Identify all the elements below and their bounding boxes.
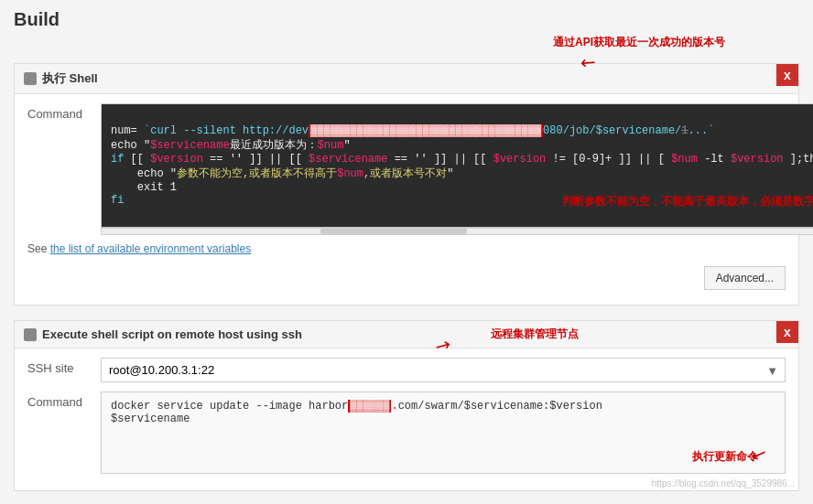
- annotation-api: 通过API获取最近一次成功的版本号: [553, 35, 725, 50]
- section2-command-row: Command docker service update --image ha…: [27, 391, 786, 474]
- section1-card: 通过API获取最近一次成功的版本号 ↙ 执行 Shell x Command n…: [14, 63, 799, 306]
- env-vars-row: See the list of available environment va…: [27, 242, 786, 255]
- section2-header-icon: [24, 328, 37, 341]
- code-block: num= `curl --silent http://dev▓▓▓▓▓▓▓▓▓▓…: [101, 103, 813, 235]
- scrollbar-thumb: [320, 229, 467, 234]
- section1-header: 执行 Shell: [15, 64, 798, 94]
- page-wrapper: Build 通过API获取最近一次成功的版本号 ↙ 执行 Shell x Com…: [0, 0, 813, 504]
- horizontal-scrollbar[interactable]: [101, 228, 813, 235]
- command-label: Command: [27, 103, 101, 121]
- section1-close-button[interactable]: x: [776, 64, 798, 86]
- code-editor[interactable]: num= `curl --silent http://dev▓▓▓▓▓▓▓▓▓▓…: [101, 103, 813, 228]
- section2-header: Execute shell script on remote host usin…: [15, 321, 798, 349]
- advanced-button[interactable]: Advanced...: [704, 266, 786, 290]
- section2-body: SSH site root@10.200.3.1:22 ▼ Command do…: [15, 349, 798, 490]
- ssh-site-select[interactable]: root@10.200.3.1:22: [101, 358, 786, 382]
- section2-code-editor[interactable]: docker service update --image harbor▓▓▓▓…: [101, 391, 786, 474]
- ssh-site-select-wrap: root@10.200.3.1:22 ▼: [101, 358, 786, 382]
- ssh-site-label: SSH site: [27, 358, 101, 375]
- ssh-site-wrap: root@10.200.3.1:22 ▼: [101, 358, 786, 382]
- section1-header-label: 执行 Shell: [42, 70, 98, 87]
- watermark: https://blog.csdn.net/qq_3529986...: [652, 478, 795, 488]
- section2-close-button[interactable]: x: [776, 321, 798, 343]
- page-title: Build: [14, 9, 799, 30]
- section2-header-label: Execute shell script on remote host usin…: [42, 327, 302, 341]
- command-row: Command num= `curl --silent http://dev▓▓…: [27, 103, 786, 235]
- section1-body: Command num= `curl --silent http://dev▓▓…: [15, 94, 798, 305]
- section1-header-icon: [24, 72, 37, 85]
- advanced-row: Advanced...: [27, 263, 786, 295]
- ssh-site-row: SSH site root@10.200.3.1:22 ▼: [27, 358, 786, 382]
- section2-command-label: Command: [27, 391, 101, 409]
- command-wrap: num= `curl --silent http://dev▓▓▓▓▓▓▓▓▓▓…: [101, 103, 813, 235]
- section2-card: 远程集群管理节点 ↙ Execute shell script on remot…: [14, 320, 799, 491]
- env-vars-link[interactable]: the list of available environment variab…: [50, 242, 251, 255]
- section2-command-wrap: docker service update --image harbor▓▓▓▓…: [101, 391, 786, 474]
